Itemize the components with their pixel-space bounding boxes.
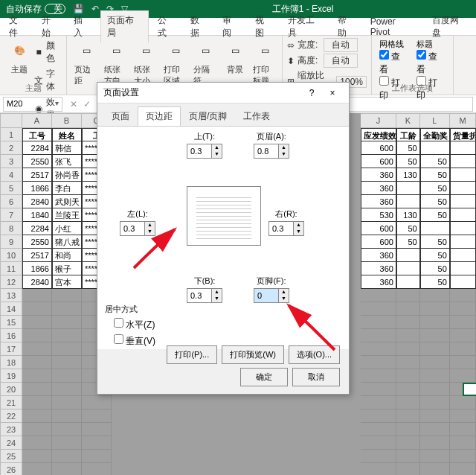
cell[interactable] bbox=[22, 302, 52, 316]
dialog-button[interactable]: 打印(P)... bbox=[167, 345, 217, 364]
footer-spinner[interactable]: ▲▼ bbox=[254, 288, 289, 303]
left-spinner[interactable]: ▲▼ bbox=[120, 221, 155, 236]
cell[interactable] bbox=[450, 342, 476, 356]
cell[interactable] bbox=[420, 369, 450, 383]
cell[interactable]: 小红 bbox=[52, 222, 82, 235]
cell[interactable] bbox=[361, 316, 396, 329]
cell[interactable] bbox=[396, 329, 420, 342]
colors-button[interactable]: ■颜色 bbox=[34, 39, 62, 66]
cell[interactable] bbox=[420, 316, 450, 329]
cell[interactable]: 1866 bbox=[22, 262, 52, 275]
cell[interactable]: 孙尚香 bbox=[52, 168, 82, 182]
cell[interactable] bbox=[450, 182, 476, 195]
cell[interactable] bbox=[450, 168, 476, 182]
row-header[interactable]: 18 bbox=[0, 356, 22, 369]
row-header[interactable]: 5 bbox=[0, 182, 22, 195]
cell[interactable] bbox=[420, 329, 450, 342]
cell[interactable] bbox=[396, 195, 420, 208]
cell[interactable]: 130 bbox=[396, 208, 420, 222]
dialog-button[interactable]: 选项(O)... bbox=[289, 345, 340, 364]
cell[interactable] bbox=[82, 409, 112, 423]
cell[interactable]: 360 bbox=[361, 262, 396, 275]
cell[interactable] bbox=[396, 383, 420, 396]
cell[interactable]: 50 bbox=[396, 155, 420, 168]
close-button[interactable]: × bbox=[322, 88, 343, 98]
grid-view-check[interactable]: 查看 bbox=[379, 52, 400, 74]
cell[interactable] bbox=[22, 329, 52, 342]
cell[interactable] bbox=[450, 423, 476, 436]
cell[interactable]: 和尚 bbox=[52, 249, 82, 262]
row-header[interactable]: 25 bbox=[0, 450, 22, 463]
cell[interactable] bbox=[52, 396, 82, 409]
row-header[interactable]: 21 bbox=[0, 396, 22, 409]
cell[interactable]: 2550 bbox=[22, 155, 52, 168]
dialog-tab[interactable]: 页面 bbox=[103, 106, 138, 127]
dialog-tab[interactable]: 页边距 bbox=[138, 106, 181, 127]
cell[interactable]: 600 bbox=[361, 155, 396, 168]
cell[interactable] bbox=[52, 329, 82, 342]
cell[interactable] bbox=[396, 316, 420, 329]
row-header[interactable]: 16 bbox=[0, 329, 22, 342]
cell[interactable] bbox=[450, 450, 476, 463]
cell[interactable]: 武则天 bbox=[52, 195, 82, 208]
cell[interactable] bbox=[22, 356, 52, 369]
cell[interactable]: 猪八戒 bbox=[52, 235, 82, 249]
cell[interactable] bbox=[396, 249, 420, 262]
row-header[interactable]: 4 bbox=[0, 168, 22, 182]
cell[interactable] bbox=[420, 222, 450, 235]
cell[interactable] bbox=[361, 396, 396, 409]
cell[interactable] bbox=[22, 289, 52, 302]
cell[interactable] bbox=[420, 342, 450, 356]
cell[interactable] bbox=[396, 182, 420, 195]
row-header[interactable]: 7 bbox=[0, 208, 22, 222]
cell[interactable] bbox=[361, 409, 396, 423]
cell[interactable]: 2517 bbox=[22, 249, 52, 262]
col-header[interactable]: A bbox=[22, 113, 52, 128]
cell[interactable]: 50 bbox=[420, 235, 450, 249]
cell[interactable] bbox=[396, 436, 420, 450]
cell[interactable] bbox=[82, 463, 112, 475]
cell[interactable] bbox=[450, 222, 476, 235]
cell[interactable] bbox=[52, 369, 82, 383]
row-header[interactable]: 3 bbox=[0, 155, 22, 168]
dialog-tab[interactable]: 工作表 bbox=[235, 106, 278, 127]
cell[interactable] bbox=[22, 383, 52, 396]
row-header[interactable]: 9 bbox=[0, 235, 22, 249]
cell[interactable]: 360 bbox=[361, 182, 396, 195]
cell[interactable] bbox=[420, 463, 450, 475]
cell[interactable] bbox=[361, 423, 396, 436]
cell[interactable] bbox=[361, 356, 396, 369]
cell[interactable] bbox=[450, 409, 476, 423]
cell[interactable] bbox=[361, 289, 396, 302]
cell[interactable]: 2517 bbox=[22, 168, 52, 182]
cell[interactable] bbox=[420, 302, 450, 316]
cell[interactable] bbox=[82, 423, 112, 436]
cancel-button[interactable]: 取消 bbox=[292, 368, 340, 386]
row-header[interactable]: 24 bbox=[0, 436, 22, 450]
help-button[interactable]: ? bbox=[301, 88, 322, 98]
cell[interactable]: 50 bbox=[420, 275, 450, 289]
cell[interactable] bbox=[450, 289, 476, 302]
row-header[interactable]: 11 bbox=[0, 262, 22, 275]
cell[interactable]: 2284 bbox=[22, 222, 52, 235]
cell[interactable]: 50 bbox=[420, 155, 450, 168]
cell[interactable] bbox=[22, 369, 52, 383]
cell[interactable] bbox=[450, 436, 476, 450]
cell[interactable] bbox=[450, 262, 476, 275]
cell[interactable]: 1840 bbox=[22, 208, 52, 222]
cell[interactable] bbox=[396, 396, 420, 409]
header-spinner[interactable]: ▲▼ bbox=[254, 144, 289, 159]
cell[interactable] bbox=[396, 342, 420, 356]
row-header[interactable]: 2 bbox=[0, 141, 22, 155]
table-header[interactable]: 全勤奖 bbox=[420, 128, 450, 141]
table-header[interactable]: 工号 bbox=[22, 128, 52, 141]
table-header[interactable]: 姓名 bbox=[52, 128, 82, 141]
row-header[interactable]: 26 bbox=[0, 463, 22, 475]
cell[interactable] bbox=[52, 342, 82, 356]
row-header[interactable]: 20 bbox=[0, 383, 22, 396]
cell[interactable] bbox=[420, 423, 450, 436]
cell[interactable] bbox=[450, 208, 476, 222]
cell[interactable] bbox=[396, 289, 420, 302]
row-header[interactable]: 15 bbox=[0, 316, 22, 329]
cell[interactable] bbox=[396, 356, 420, 369]
